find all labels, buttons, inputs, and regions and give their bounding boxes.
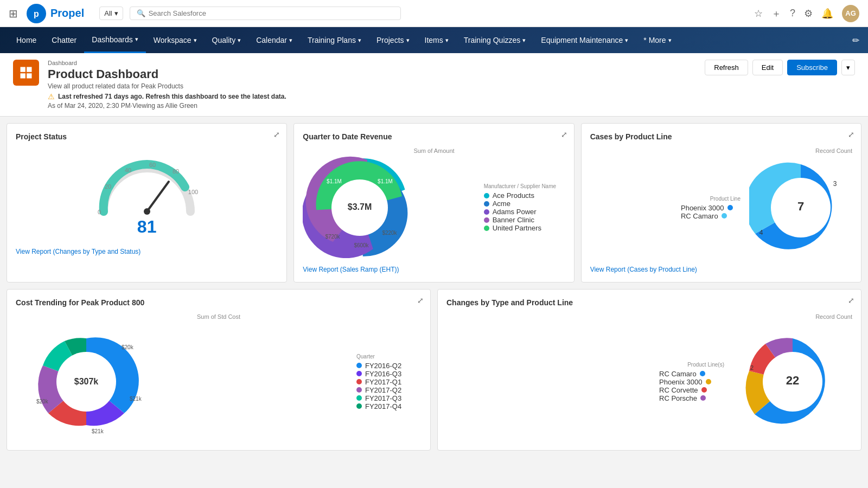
expand-icon[interactable]: ⤢ [848,296,854,305]
top-actions: ☆ ＋ ? ⚙ 🔔 AG [754,5,859,22]
nav-item-dashboards[interactable]: Dashboards ▾ [84,27,146,53]
legend-label: Phoenix 3000 [681,204,724,212]
nav-item-equipment[interactable]: Equipment Maintenance ▾ [533,27,636,53]
svg-text:$20k: $20k [122,344,134,350]
cost-donut: $307k $20k $21k $21k $20k [16,322,157,441]
warning-icon: ⚠ [48,92,55,101]
cases-chart-area: Product Line Phoenix 3000 RC Camaro 7 [590,156,852,259]
header-actions: Refresh Edit Subscribe ▾ [705,60,855,75]
svg-text:3: 3 [833,180,837,188]
legend-label: FY2017-Q2 [365,386,401,394]
svg-text:20: 20 [105,183,111,190]
nav-item-chatter[interactable]: Chatter [44,27,84,53]
changes-card: Changes by Type and Product Line ⤢ Recor… [437,289,861,451]
search-bar[interactable]: 🔍 [130,7,401,20]
svg-text:$307k: $307k [74,377,99,386]
nav-item-home[interactable]: Home [9,27,44,53]
legend-label: FY2017-Q4 [365,402,401,410]
legend-fy2016q3: FY2016-Q3 [356,370,422,378]
nav-item-training-plans[interactable]: Training Plans ▾ [300,27,369,53]
nav-item-workspace[interactable]: Workspace ▾ [146,27,205,53]
revenue-chart-area: $3.7M $1.1M $1.1M $720k $600k $220k Manu… [303,156,565,259]
search-input[interactable] [149,9,394,17]
expand-icon[interactable]: ⤢ [848,130,854,139]
expand-icon[interactable]: ⤢ [273,130,280,139]
changes-chart-area: Product Line(s) RC Camaro Phoenix 3000 R… [446,322,852,441]
legend-dot [484,201,489,207]
page-title: Product Dashboard [48,67,705,81]
grid-icon[interactable]: ⊞ [9,7,18,20]
gauge-container: 0 20 40 60 80 100 81 [16,147,278,241]
project-status-card: Project Status ⤢ 0 20 40 60 80 100 81 Vi… [7,123,287,282]
nav-item-calendar[interactable]: Calendar ▾ [248,27,300,53]
propel-logo-icon: p [27,4,46,23]
legend-label: RC Corvette [659,386,698,394]
cost-chart-title: Sum of Std Cost [16,313,422,320]
legend-dot [722,213,727,219]
svg-text:2: 2 [750,364,754,371]
edit-button[interactable]: Edit [752,60,783,75]
legend-label: FY2017-Q3 [365,394,401,402]
nav-item-training-quizzes[interactable]: Training Quizzes ▾ [456,27,534,53]
expand-icon[interactable]: ⤢ [561,130,567,139]
chevron-down-icon: ▾ [445,37,449,44]
svg-text:$20k: $20k [36,399,49,404]
cases-donut: 7 3 4 [749,156,852,259]
legend-dot [701,387,707,393]
legend-item-adams: Adams Power [484,208,565,216]
header-info: Dashboard Product Dashboard View all pro… [48,60,705,110]
revenue-title: Quarter to Date Revenue [303,132,565,141]
search-icon: 🔍 [137,9,145,17]
help-icon[interactable]: ? [790,8,795,19]
legend-fy2017q4: FY2017-Q4 [356,402,422,410]
nav-item-more[interactable]: * More ▾ [636,27,679,53]
revenue-card: Quarter to Date Revenue ⤢ Sum of Amount … [293,123,574,282]
legend-label: Acme [493,200,510,208]
legend-dot [484,193,489,198]
legend-phoenix3000: Phoenix 3000 [659,378,724,386]
chevron-down-icon: ▾ [289,37,292,44]
chevron-down-icon: ▾ [114,9,118,17]
nav-item-quality[interactable]: Quality ▾ [205,27,249,53]
nav-item-projects[interactable]: Projects ▾ [369,27,417,53]
svg-text:$21k: $21k [92,428,104,434]
legend-dot [356,387,362,393]
legend-dot [356,403,362,409]
dashboard-row-2: Cost Trending for Peak Product 800 ⤢ Sum… [0,289,868,457]
nav-edit-icon[interactable]: ✏ [852,35,859,46]
nav-label-training-quizzes: Training Quizzes [464,36,521,44]
legend-label: FY2016-Q2 [365,362,401,370]
logo: p Propel [27,4,84,23]
warning-bar: ⚠ Last refreshed 71 days ago. Refresh th… [48,92,705,101]
legend-label: RC Camaro [681,212,718,220]
notifications-icon[interactable]: 🔔 [821,8,833,20]
legend-dot [484,209,489,215]
cost-trending-card: Cost Trending for Peak Product 800 ⤢ Sum… [7,289,431,451]
legend-dot [356,395,362,401]
project-status-link[interactable]: View Report (Changes by Type and Status) [16,248,278,255]
avatar[interactable]: AG [842,5,859,22]
legend-label: Ace Products [493,191,534,200]
nav-item-items[interactable]: Items ▾ [417,27,456,53]
changes-legend-title: Product Line(s) [659,362,724,368]
expand-icon[interactable]: ⤢ [417,296,424,305]
changes-title: Changes by Type and Product Line [446,298,852,307]
svg-text:$1.1M: $1.1M [378,178,393,184]
actions-chevron-button[interactable]: ▾ [841,60,855,75]
subscribe-button[interactable]: Subscribe [787,60,837,75]
settings-icon[interactable]: ⚙ [804,8,813,20]
favorites-icon[interactable]: ☆ [754,8,763,20]
cases-link[interactable]: View Report (Cases by Product Line) [590,266,852,273]
legend-label: Banner Clinic [493,216,534,224]
cost-legend: Quarter FY2016-Q2 FY2016-Q3 FY2017-Q1 FY… [356,354,422,410]
add-icon[interactable]: ＋ [771,7,781,20]
legend-item-banner: Banner Clinic [484,216,565,224]
legend-item-ace: Ace Products [484,191,565,200]
svg-text:100: 100 [188,189,197,195]
refresh-button[interactable]: Refresh [705,60,748,75]
legend-rc-corvette: RC Corvette [659,386,724,394]
search-dropdown[interactable]: All ▾ [99,7,123,20]
revenue-link[interactable]: View Report (Sales Ramp (EHT)) [303,266,565,273]
legend-label: Phoenix 3000 [659,378,703,386]
svg-text:4: 4 [760,229,763,236]
